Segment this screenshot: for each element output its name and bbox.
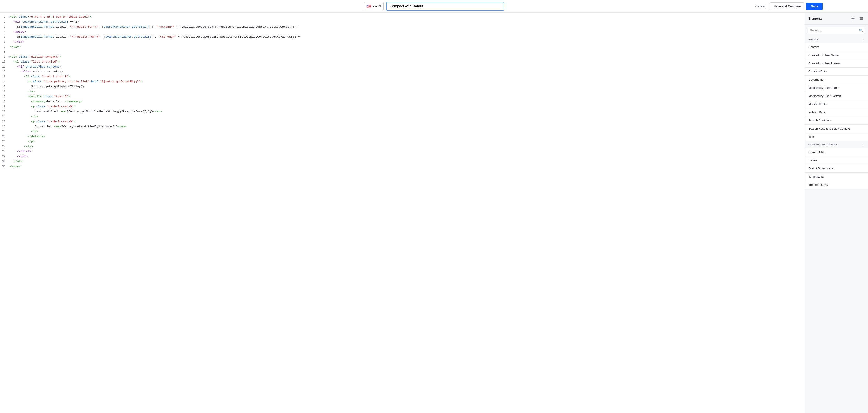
code-line: 29 </#if> [0, 154, 805, 159]
language-selector[interactable]: 🇺🇸 en-US [364, 2, 383, 10]
line-content: </#if> [10, 154, 805, 159]
code-line: 1<div class="c-mb-4 c-mt-4 search-total-… [0, 14, 805, 20]
line-dot [8, 20, 10, 25]
template-title-input[interactable] [386, 2, 504, 11]
line-number: 10 [0, 59, 8, 64]
code-line: 23 Edited by: <em>${entry.getModifiedByU… [0, 124, 805, 129]
top-bar-actions: Cancel Save and Continue Save [753, 2, 823, 10]
save-and-continue-button[interactable]: Save and Continue [770, 2, 804, 10]
fields-section-header[interactable]: FIELDS ⌄ [805, 36, 868, 43]
code-line: 19 <p class="c-mb-0 c-mt-0"> [0, 104, 805, 109]
line-content: </a> [10, 89, 805, 94]
svg-rect-1 [860, 18, 863, 18]
code-line: 15 ${entry.getHighlightedTitle()} [0, 84, 805, 89]
save-button[interactable]: Save [806, 3, 823, 10]
general-vars-list: Current URLLocalePortlet PreferencesTemp… [805, 148, 868, 189]
general-vars-section-label: GENERAL VARIABLES [808, 143, 838, 146]
line-content: </#if> [10, 39, 805, 45]
line-dot [8, 139, 10, 144]
line-dot [8, 124, 10, 129]
line-number: 25 [0, 134, 8, 139]
line-content: <summary>Details...</summary> [10, 99, 805, 104]
fields-list: ContentCreated by User NameCreated by Us… [805, 43, 868, 141]
line-dot [8, 49, 10, 54]
general-var-item[interactable]: Current URL [805, 148, 868, 156]
line-number: 16 [0, 89, 8, 94]
panel-options-button[interactable] [858, 16, 864, 22]
general-var-item[interactable]: Portlet Preferences [805, 165, 868, 173]
search-icon: 🔍 [859, 29, 863, 32]
fields-section-label: FIELDS [808, 38, 818, 41]
line-number: 24 [0, 129, 8, 134]
line-number: 13 [0, 74, 8, 79]
line-number: 14 [0, 79, 8, 84]
code-line: 30 </ul> [0, 159, 805, 164]
line-dot [8, 54, 10, 59]
settings-icon [851, 17, 855, 20]
code-line: 24 </p> [0, 129, 805, 134]
line-dot [8, 74, 10, 79]
line-number: 19 [0, 104, 8, 109]
code-line: 21 </p> [0, 114, 805, 119]
field-item[interactable]: Publish Date [805, 108, 868, 116]
settings-icon-button[interactable] [850, 16, 856, 22]
field-item[interactable]: Documents* [805, 76, 868, 84]
search-bar[interactable]: 🔍 [808, 27, 865, 34]
line-number: 3 [0, 25, 8, 29]
line-content: ${languageUtil.format(locale, "x-results… [10, 34, 805, 39]
line-number: 29 [0, 154, 8, 159]
line-content: </ul> [10, 159, 805, 164]
line-dot [8, 129, 10, 134]
line-dot [8, 144, 10, 149]
line-number: 28 [0, 149, 8, 154]
line-number: 5 [0, 34, 8, 39]
lang-code-label: en-US [373, 4, 381, 8]
field-item[interactable]: Modified Date [805, 100, 868, 108]
field-item[interactable]: Modified by User Name [805, 84, 868, 92]
line-content: <a class="link-primary single-link" href… [10, 79, 805, 84]
line-dot [8, 159, 10, 164]
line-dot [8, 149, 10, 154]
line-number: 1 [0, 14, 8, 20]
line-content: ${entry.getHighlightedTitle()} [10, 84, 805, 89]
field-item[interactable]: Title [805, 133, 868, 141]
search-input[interactable] [810, 29, 858, 32]
general-vars-section-header[interactable]: GENERAL VARIABLES ⌄ [805, 141, 868, 148]
field-item[interactable]: Created by User Name [805, 51, 868, 59]
line-dot [8, 104, 10, 109]
code-line: 25 </details> [0, 134, 805, 139]
line-number: 17 [0, 94, 8, 99]
field-item[interactable]: Creation Date [805, 67, 868, 76]
line-number: 4 [0, 29, 8, 34]
svg-rect-3 [860, 20, 863, 20]
cancel-button[interactable]: Cancel [753, 3, 768, 10]
line-number: 12 [0, 69, 8, 74]
line-dot [8, 119, 10, 124]
code-lines: 1<div class="c-mb-4 c-mt-4 search-total-… [0, 13, 805, 171]
line-content: <p class="c-mb-0 c-mt-0"> [10, 119, 805, 124]
general-var-item[interactable]: Locale [805, 156, 868, 165]
line-content: Last modified:<em>${entry.getModifiedDat… [10, 109, 805, 114]
right-panel: Elements [805, 13, 868, 413]
code-line: 9<div class="display-compact"> [0, 54, 805, 59]
general-var-item[interactable]: Theme Display [805, 181, 868, 189]
code-line: 18 <summary>Details...</summary> [0, 99, 805, 104]
field-item[interactable]: Search Container [805, 116, 868, 125]
line-content: <#list entries as entry> [10, 69, 805, 74]
line-dot [8, 79, 10, 84]
code-line: 27 </li> [0, 144, 805, 149]
code-editor[interactable]: 1<div class="c-mb-4 c-mt-4 search-total-… [0, 13, 805, 413]
code-line: 6 </#if> [0, 39, 805, 45]
field-item[interactable]: Modified by User Portrait [805, 92, 868, 100]
field-item[interactable]: Content [805, 43, 868, 51]
field-item[interactable]: Created by User Portrait [805, 59, 868, 67]
field-item[interactable]: Search Results Display Context [805, 125, 868, 133]
line-number: 27 [0, 144, 8, 149]
code-line: 7</div> [0, 45, 805, 49]
general-var-item[interactable]: Template ID [805, 173, 868, 181]
line-dot [8, 14, 10, 20]
code-line: 14 <a class="link-primary single-link" h… [0, 79, 805, 84]
line-number: 8 [0, 49, 8, 54]
line-content: Edited by: <em>${entry.getModifiedByUser… [10, 124, 805, 129]
code-line: 26 </p> [0, 139, 805, 144]
